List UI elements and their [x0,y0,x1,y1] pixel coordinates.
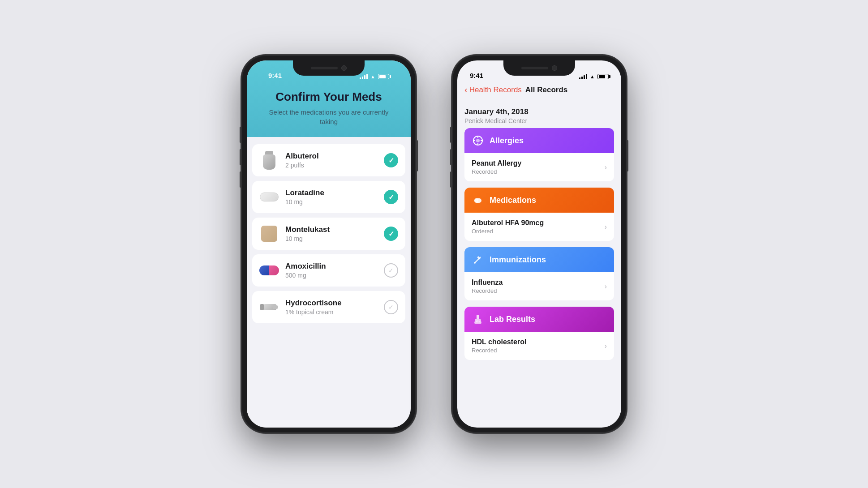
record-item-albuterol-hfa[interactable]: Albuterol HFA 90mcg Ordered › [464,213,614,241]
hdl-status: Recorded [472,347,526,354]
med-icon-hydrocortisone [259,297,279,317]
med-dose-albuterol: 2 puffs [285,162,378,169]
record-date: January 4th, 2018 [464,107,614,116]
med-info-albuterol: Albuterol 2 puffs [285,152,378,169]
med-item-albuterol[interactable]: Albuterol 2 puffs ✓ [252,144,405,176]
navigation-bar: ‹ Health Records All Records [457,83,621,100]
battery-icon-2 [597,74,609,79]
svg-rect-14 [476,321,477,322]
chevron-peanut-icon: › [605,163,607,171]
med-name-montelukast: Montelukast [285,225,378,234]
inhaler-body [263,154,275,170]
med-icon-loratadine [259,187,279,207]
svg-rect-7 [474,198,478,203]
record-item-peanut[interactable]: Peanut Allergy Recorded › [464,153,614,181]
hdl-info: HDL cholesterol Recorded [472,338,526,354]
med-name-albuterol: Albuterol [285,152,378,161]
labresults-label: Lab Results [490,315,535,324]
record-item-hdl[interactable]: HDL cholesterol Recorded › [464,332,614,360]
phone-1-content: 9:41 ▲ [247,60,411,428]
med-name-hydrocortisone: Hydrocortisone [285,299,378,308]
back-label[interactable]: Health Records [469,86,522,94]
medications-header: Medications [464,188,614,213]
category-allergies: Allergies Peanut Allergy Recorded › [464,128,614,181]
peanut-allergy-status: Recorded [472,168,521,175]
pill-oval-icon [260,193,279,201]
labresults-items: HDL cholesterol Recorded › [464,332,614,360]
med-item-amoxicillin[interactable]: Amoxicillin 500 mg ✓ [252,254,405,287]
med-check-montelukast[interactable]: ✓ [384,227,398,241]
record-item-influenza[interactable]: Influenza Recorded › [464,272,614,300]
status-icons-1: ▲ [360,74,389,79]
labresults-icon [472,313,484,325]
checkmark-montelukast: ✓ [388,230,394,238]
chevron-albuterol-icon: › [605,223,607,231]
signal-icon-1 [360,74,368,79]
checkmark-albuterol: ✓ [388,156,394,165]
nav-title: All Records [525,86,567,94]
med-icon-montelukast [259,224,279,244]
capsule-icon [259,265,279,275]
signal-icon-2 [579,74,587,79]
med-info-montelukast: Montelukast 10 mg [285,225,378,242]
page-title-1: Confirm Your Meds [265,90,393,104]
checkmark-outline-amoxicillin: ✓ [388,267,394,274]
records-content: January 4th, 2018 Penick Medical Center [457,100,621,428]
header-title-area: Confirm Your Meds Select the medications… [256,83,402,126]
phone-1: 9:41 ▲ [241,55,416,433]
influenza-info: Influenza Recorded [472,278,503,294]
wifi-icon-1: ▲ [370,74,375,79]
immunizations-header: Immunizations [464,247,614,272]
peanut-allergy-name: Peanut Allergy [472,159,521,167]
capsule-pink [269,265,279,275]
phone-1-screen: 9:41 ▲ [247,60,411,428]
svg-rect-15 [477,320,478,322]
wifi-icon-2: ▲ [590,74,595,79]
checkmark-loratadine: ✓ [388,193,394,201]
med-check-hydrocortisone[interactable]: ✓ [384,300,398,314]
inhaler-icon [261,151,277,170]
status-icons-2: ▲ [579,74,609,79]
speaker [311,67,338,69]
med-name-loratadine: Loratadine [285,188,378,197]
med-check-albuterol[interactable]: ✓ [384,153,398,167]
med-item-hydrocortisone[interactable]: Hydrocortisone 1% topical cream ✓ [252,291,405,323]
phone-2: 9:41 ▲ ‹ Health Records [452,55,627,433]
med-item-loratadine[interactable]: Loratadine 10 mg ✓ [252,181,405,213]
med-info-loratadine: Loratadine 10 mg [285,188,378,205]
chevron-influenza-icon: › [605,283,607,291]
med-dose-hydrocortisone: 1% topical cream [285,308,378,316]
med-check-amoxicillin[interactable]: ✓ [384,263,398,278]
svg-point-1 [476,139,480,142]
battery-fill-2 [599,75,605,78]
back-arrow-icon[interactable]: ‹ [464,85,468,95]
med-icon-amoxicillin [259,261,279,280]
labresults-header: Lab Results [464,307,614,332]
tube-tip [273,305,278,309]
record-date-section: January 4th, 2018 Penick Medical Center [464,100,614,128]
category-lab-results: Lab Results HDL cholesterol Recorded › [464,307,614,360]
notch [293,60,365,76]
albuterol-hfa-status: Ordered [472,228,544,235]
med-info-amoxicillin: Amoxicillin 500 mg [285,262,378,279]
svg-point-12 [474,262,476,264]
allergies-label: Allergies [490,136,524,146]
medications-items: Albuterol HFA 90mcg Ordered › [464,213,614,241]
med-check-loratadine[interactable]: ✓ [384,190,398,204]
immunizations-label: Immunizations [490,255,546,265]
capsule-blue [259,265,269,275]
speaker-2 [521,67,548,69]
med-dose-loratadine: 10 mg [285,198,378,205]
med-item-montelukast[interactable]: Montelukast 10 mg ✓ [252,218,405,250]
med-dose-amoxicillin: 500 mg [285,272,378,279]
immunizations-icon [472,253,484,266]
med-icon-albuterol [259,150,279,170]
status-time-1: 9:41 [268,72,282,79]
category-medications: Medications Albuterol HFA 90mcg Ordered … [464,188,614,241]
chevron-hdl-icon: › [605,342,607,350]
page-subtitle-1: Select the medications you are currently… [265,107,393,126]
peanut-allergy-info: Peanut Allergy Recorded [472,159,521,175]
battery-icon-1 [378,74,389,79]
tube-cap [260,304,264,310]
phone-2-screen: 9:41 ▲ ‹ Health Records [457,60,621,428]
